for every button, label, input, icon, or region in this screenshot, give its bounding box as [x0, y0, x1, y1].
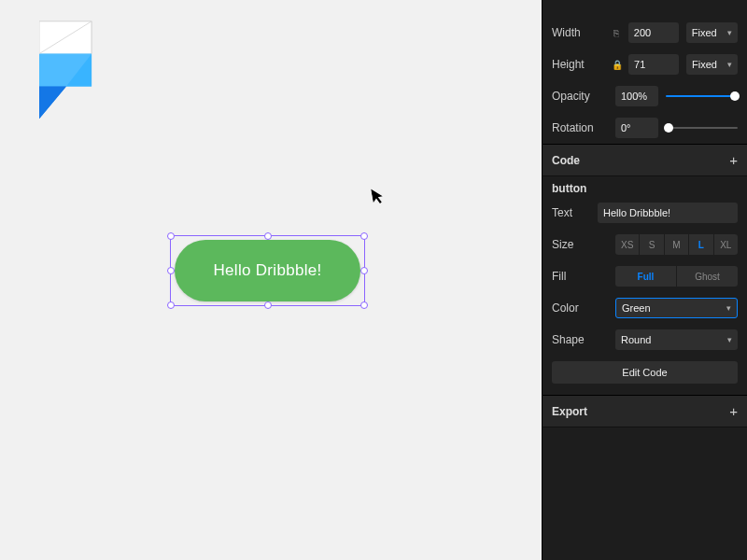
resize-handle[interactable] [360, 267, 368, 274]
selection-frame[interactable]: Hello Dribbble! [170, 235, 365, 306]
opacity-slider[interactable] [666, 95, 738, 97]
rotation-slider[interactable] [666, 127, 738, 129]
size-m[interactable]: M [665, 234, 689, 255]
size-segmented[interactable]: XS S M L XL [615, 234, 738, 255]
code-section-title: Code [552, 154, 580, 167]
resize-handle[interactable] [167, 267, 175, 274]
size-xs[interactable]: XS [615, 234, 640, 255]
svg-marker-9 [39, 86, 66, 119]
fill-segmented[interactable]: Full Ghost [615, 266, 738, 287]
component-name: button [543, 176, 747, 197]
lock-icon[interactable]: ⎘ [612, 28, 620, 38]
framer-logo [39, 21, 93, 121]
shape-label: Shape [552, 333, 608, 346]
resize-handle[interactable] [360, 301, 368, 309]
height-input[interactable] [628, 54, 679, 75]
size-xl[interactable]: XL [714, 234, 738, 255]
rotation-label: Rotation [552, 121, 608, 134]
canvas[interactable]: Hello Dribbble! [0, 0, 542, 560]
resize-handle[interactable] [264, 301, 272, 309]
design-button-label: Hello Dribbble! [214, 261, 322, 280]
resize-handle[interactable] [360, 232, 368, 240]
rotation-input[interactable] [615, 118, 658, 138]
chevron-down-icon: ▾ [727, 335, 732, 344]
width-label: Width [552, 26, 604, 39]
chevron-down-icon: ▾ [726, 303, 731, 313]
height-mode-select[interactable]: Fixed ▾ [686, 54, 738, 75]
height-mode-value: Fixed [692, 59, 717, 70]
width-input[interactable] [628, 22, 679, 43]
resize-handle[interactable] [264, 232, 272, 240]
size-label: Size [552, 238, 608, 251]
resize-handle[interactable] [167, 301, 175, 309]
color-value: Green [622, 302, 651, 314]
cursor-icon [371, 187, 388, 210]
width-mode-select[interactable]: Fixed ▾ [686, 22, 738, 43]
export-section-header[interactable]: Export + [543, 395, 747, 427]
fill-label: Fill [552, 270, 608, 283]
inspector-panel: Width ⎘ Fixed ▾ Height 🔒 Fixed ▾ Opacity [542, 0, 747, 560]
text-label: Text [552, 206, 590, 219]
opacity-label: Opacity [552, 90, 608, 103]
width-mode-value: Fixed [692, 27, 717, 38]
size-l[interactable]: L [689, 234, 713, 255]
plus-icon[interactable]: + [729, 403, 738, 419]
size-s[interactable]: S [640, 234, 664, 255]
height-label: Height [552, 58, 604, 71]
resize-handle[interactable] [167, 232, 175, 240]
edit-code-button[interactable]: Edit Code [552, 361, 738, 384]
code-section-header[interactable]: Code + [543, 144, 747, 176]
design-button[interactable]: Hello Dribbble! [175, 240, 360, 301]
plus-icon[interactable]: + [729, 152, 738, 168]
opacity-input[interactable] [615, 86, 658, 106]
shape-value: Round [621, 334, 651, 345]
chevron-down-icon: ▾ [727, 28, 732, 37]
text-input[interactable] [598, 203, 738, 223]
shape-select[interactable]: Round ▾ [615, 329, 738, 350]
fill-ghost[interactable]: Ghost [677, 266, 738, 287]
export-section-title: Export [552, 405, 587, 418]
fill-full[interactable]: Full [615, 266, 677, 287]
color-select[interactable]: Green ▾ [615, 298, 738, 318]
lock-icon[interactable]: 🔒 [612, 60, 621, 70]
chevron-down-icon: ▾ [727, 60, 732, 69]
color-label: Color [552, 301, 608, 315]
